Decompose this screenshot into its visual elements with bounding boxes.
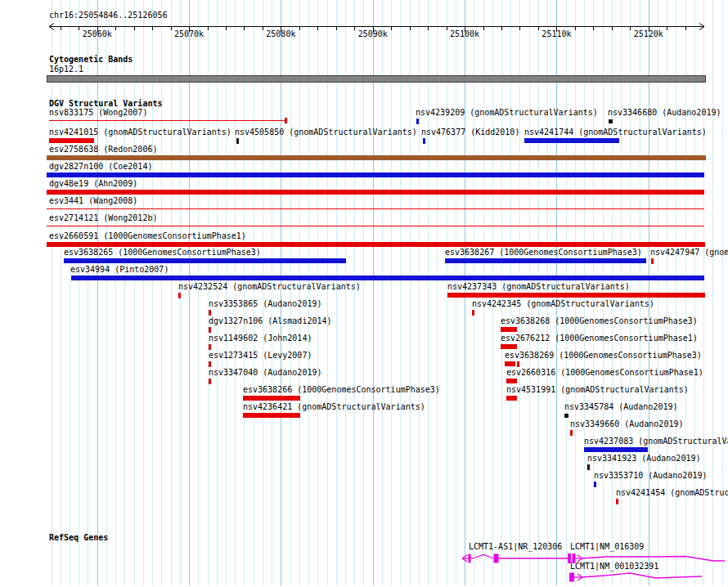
ruler-label: 25110k: [538, 29, 574, 39]
gene-intron-line[interactable]: [473, 555, 493, 559]
variant-feature[interactable]: [594, 482, 596, 487]
variant-feature[interactable]: [524, 138, 619, 143]
variant-feature[interactable]: [416, 119, 419, 124]
variant-feature[interactable]: [178, 293, 181, 298]
cytoband-bar[interactable]: [47, 75, 706, 83]
variant-feature[interactable]: [47, 226, 704, 226]
variant-feature[interactable]: [49, 138, 94, 143]
variant-feature[interactable]: [505, 361, 515, 366]
variant-label[interactable]: dgv48e19 (Ahn2009): [49, 179, 137, 189]
variant-feature[interactable]: [209, 379, 211, 384]
variant-label[interactable]: esv2758638 (Redon2006): [49, 145, 157, 155]
variant-feature[interactable]: [447, 293, 705, 298]
variant-feature[interactable]: [209, 361, 211, 367]
variant-label[interactable]: esv2676212 (1000GenomesConsortiumPhase1): [501, 334, 698, 343]
variant-feature[interactable]: [584, 447, 648, 452]
variant-label[interactable]: esv34994 (Pinto2007): [70, 265, 169, 275]
variant-label[interactable]: esv3638266 (1000GenomesConsortiumPhase3): [243, 385, 440, 395]
variant-label[interactable]: nsv4242345 (gnomADStructuralVariants): [472, 299, 654, 309]
variant-feature[interactable]: [506, 396, 517, 401]
section-title-cytogenetic-bands: Cytogenetic Bands: [49, 55, 133, 65]
variant-label[interactable]: nsv3353865 (Audano2019): [209, 299, 321, 309]
variant-label[interactable]: nsv4232524 (gnomADStructuralVariants): [178, 282, 361, 292]
variant-label[interactable]: esv2660316 (1000GenomesConsortiumPhase1): [506, 368, 703, 378]
variant-label[interactable]: nsv3349660 (Audano2019): [570, 419, 683, 429]
variant-feature[interactable]: [587, 464, 590, 470]
variant-label[interactable]: esv3638268 (1000GenomesConsortiumPhase3): [501, 316, 698, 326]
variant-feature[interactable]: [506, 379, 517, 383]
gene-label[interactable]: LCMT1|NM_001032391: [570, 562, 658, 571]
variant-label[interactable]: nsv3353710 (Audano2019): [594, 471, 707, 481]
variant-feature[interactable]: [501, 344, 517, 349]
variant-label[interactable]: nsv4241454 (gnomADStructuralVariants): [616, 488, 728, 498]
variant-feature[interactable]: [243, 413, 300, 418]
variant-feature[interactable]: [47, 208, 704, 209]
variant-feature[interactable]: [570, 430, 573, 436]
variant-label[interactable]: esv3441 (Wang2008): [49, 196, 137, 206]
ruler-label: 25120k: [631, 29, 667, 39]
variant-label[interactable]: nsv4247947 (gnomADStructuralVariants): [650, 248, 728, 258]
ruler-label: 25060k: [79, 29, 115, 39]
variant-label[interactable]: nsv3346680 (Audano2019): [608, 108, 721, 118]
section-title-refseq-genes: RefSeq Genes: [49, 533, 108, 543]
variant-label[interactable]: nsv4505850 (gnomADStructuralVariants): [235, 128, 417, 137]
variant-feature[interactable]: [64, 258, 346, 263]
gene-exon[interactable]: [494, 554, 499, 563]
variant-label[interactable]: nsv1149602 (John2014): [209, 334, 312, 343]
gene-exon[interactable]: [469, 554, 471, 563]
variant-label[interactable]: nsv3347040 (Audano2019): [209, 368, 321, 378]
variant-feature[interactable]: [209, 344, 211, 350]
variant-label[interactable]: nsv4531991 (gnomADStructuralVariants): [506, 385, 689, 395]
variant-label[interactable]: nsv4241744 (gnomADStructuralVariants): [524, 128, 707, 137]
variant-feature[interactable]: [49, 120, 286, 121]
variant-label[interactable]: nsv3345784 (Audano2019): [564, 402, 677, 412]
variant-feature[interactable]: [209, 327, 211, 333]
variant-feature[interactable]: [209, 310, 211, 316]
variant-label[interactable]: esv3638269 (1000GenomesConsortiumPhase3): [505, 351, 702, 361]
variant-feature[interactable]: [445, 258, 646, 263]
variant-feature[interactable]: [47, 242, 705, 247]
variant-label[interactable]: nsv3341923 (Audano2019): [587, 454, 700, 464]
variant-label[interactable]: nsv4236421 (gnomADStructuralVariants): [243, 402, 425, 412]
variant-feature[interactable]: [423, 138, 425, 144]
variant-label[interactable]: esv2714121 (Wong2012b): [49, 213, 157, 223]
variant-label[interactable]: nsv4239209 (gnomADStructuralVariants): [416, 108, 598, 118]
variant-label[interactable]: nsv4241015 (gnomADStructuralVariants): [49, 128, 231, 137]
variant-label[interactable]: dgv1327n106 (Alsmadi2014): [209, 316, 332, 326]
variant-label[interactable]: esv3638267 (1000GenomesConsortiumPhase3): [445, 248, 642, 258]
region-coordinates: chr16:25054846..25126056: [49, 11, 168, 20]
ruler-label: 25090k: [355, 29, 391, 39]
gene-exon[interactable]: [569, 573, 574, 582]
variant-feature[interactable]: [517, 361, 519, 367]
variant-label[interactable]: nsv4237083 (gnomADStructuralVariants): [584, 437, 728, 446]
variant-feature[interactable]: [243, 396, 300, 401]
variant-label[interactable]: esv1273415 (Levy2007): [209, 351, 312, 361]
variant-label[interactable]: nsv476377 (Kidd2010): [421, 128, 519, 137]
gene-intron-line[interactable]: [582, 573, 702, 578]
variant-label[interactable]: esv2660591 (1000GenomesConsortiumPhase1): [49, 231, 246, 241]
variant-feature[interactable]: [47, 155, 706, 160]
variant-label[interactable]: nsv833175 (Wong2007): [49, 108, 147, 118]
gene-label[interactable]: LCMT1|NM_016309: [570, 542, 644, 552]
variant-feature[interactable]: [236, 138, 239, 144]
variant-feature[interactable]: [71, 276, 704, 280]
ruler-label: 25070k: [171, 29, 207, 39]
cytoband-label: 16p12.1: [49, 65, 83, 74]
variant-feature[interactable]: [47, 190, 704, 195]
variant-label[interactable]: nsv4237343 (gnomADStructuralVariants): [447, 282, 630, 292]
variant-feature[interactable]: [472, 310, 474, 316]
variant-feature[interactable]: [609, 119, 613, 123]
variant-feature[interactable]: [47, 173, 704, 177]
gene-label[interactable]: LCMT1-AS1|NR_120306: [469, 542, 562, 552]
variant-feature[interactable]: [564, 414, 568, 418]
variant-feature[interactable]: [616, 499, 618, 504]
ruler-label: 25080k: [263, 29, 299, 39]
variant-label[interactable]: dgv2827n100 (Coe2014): [49, 162, 152, 172]
variant-feature[interactable]: [501, 327, 517, 332]
genome-browser-panel: chr16:25054846..25126056 25060k25070k250…: [0, 0, 728, 587]
variant-label[interactable]: esv3638265 (1000GenomesConsortiumPhase3): [64, 248, 261, 258]
variant-feature[interactable]: [651, 258, 654, 264]
ruler-label: 25100k: [447, 29, 483, 39]
